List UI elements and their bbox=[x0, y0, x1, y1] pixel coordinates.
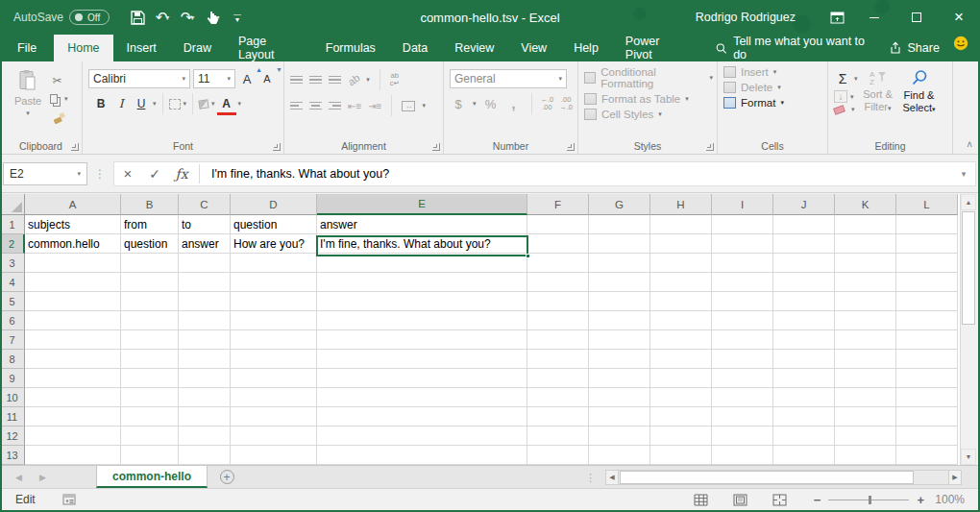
cell-L3[interactable] bbox=[896, 254, 958, 273]
row-header-6[interactable]: 6 bbox=[0, 311, 25, 330]
cell-J5[interactable] bbox=[773, 292, 835, 311]
cell-K7[interactable] bbox=[835, 330, 896, 350]
cell-A10[interactable] bbox=[25, 388, 121, 407]
formula-bar-resize-dots[interactable]: ⋮ bbox=[87, 167, 113, 181]
wrap-text-icon[interactable]: abc↵ bbox=[390, 72, 400, 88]
column-header-B[interactable]: B bbox=[121, 194, 179, 215]
orientation-icon[interactable]: ab bbox=[346, 72, 362, 88]
insert-cells-button[interactable]: Insert▾ bbox=[723, 66, 823, 78]
align-middle-icon[interactable] bbox=[309, 76, 322, 85]
grow-font-button[interactable]: A▲ bbox=[238, 70, 256, 88]
copy-icon[interactable] bbox=[50, 94, 58, 104]
feedback-smiley-icon[interactable] bbox=[953, 35, 968, 52]
tab-insert[interactable]: Insert bbox=[113, 35, 170, 61]
cell-G8[interactable] bbox=[589, 350, 650, 369]
cell-J10[interactable] bbox=[773, 388, 835, 407]
cell-H13[interactable] bbox=[650, 446, 712, 465]
cell-F8[interactable] bbox=[527, 350, 589, 369]
cell-K9[interactable] bbox=[835, 369, 896, 388]
column-header-F[interactable]: F bbox=[527, 194, 589, 215]
cell-J7[interactable] bbox=[773, 330, 835, 350]
cell-L2[interactable] bbox=[896, 234, 958, 254]
cell-K2[interactable] bbox=[835, 234, 896, 254]
row-header-9[interactable]: 9 bbox=[0, 369, 25, 388]
tab-view[interactable]: View bbox=[507, 35, 560, 61]
cell-B5[interactable] bbox=[121, 292, 179, 311]
tab-home[interactable]: Home bbox=[54, 35, 112, 61]
cell-F10[interactable] bbox=[527, 388, 589, 407]
horizontal-scroll-thumb[interactable] bbox=[620, 471, 914, 484]
borders-dropdown-icon[interactable]: ▾ bbox=[184, 100, 187, 108]
cell-G13[interactable] bbox=[589, 446, 650, 465]
cell-B4[interactable] bbox=[121, 273, 179, 292]
cell-B1[interactable]: from bbox=[121, 215, 179, 234]
column-header-I[interactable]: I bbox=[712, 194, 773, 215]
column-header-A[interactable]: A bbox=[25, 194, 121, 215]
cell-L12[interactable] bbox=[896, 427, 958, 446]
cell-I4[interactable] bbox=[712, 273, 773, 292]
cell-H6[interactable] bbox=[650, 311, 712, 330]
cell-G3[interactable] bbox=[589, 254, 650, 273]
column-header-K[interactable]: K bbox=[835, 194, 896, 215]
vertical-scrollbar[interactable]: ▲ ▼ bbox=[960, 194, 976, 465]
bold-button[interactable]: B bbox=[92, 95, 110, 113]
alignment-dialog-launcher-icon[interactable] bbox=[432, 143, 440, 151]
autosave-toggle[interactable]: Off bbox=[69, 10, 110, 25]
cell-D6[interactable] bbox=[231, 311, 317, 330]
cell-A4[interactable] bbox=[25, 273, 121, 292]
cell-B2[interactable]: question bbox=[121, 234, 179, 254]
column-header-D[interactable]: D bbox=[231, 194, 317, 215]
cell-I9[interactable] bbox=[712, 369, 773, 388]
tab-formulas[interactable]: Formulas bbox=[312, 35, 389, 61]
cell-I1[interactable] bbox=[712, 215, 773, 234]
zoom-in-icon[interactable]: + bbox=[917, 493, 924, 507]
cell-A9[interactable] bbox=[25, 369, 121, 388]
close-button[interactable]: × bbox=[938, 0, 980, 35]
format-painter-icon[interactable] bbox=[50, 109, 68, 127]
align-top-icon[interactable] bbox=[290, 76, 303, 85]
sheet-tab-common-hello[interactable]: common-hello bbox=[96, 466, 208, 488]
cell-C3[interactable] bbox=[179, 254, 231, 273]
cell-B11[interactable] bbox=[121, 407, 179, 427]
cell-L1[interactable] bbox=[896, 215, 958, 234]
copy-dropdown-icon[interactable]: ▾ bbox=[64, 95, 68, 103]
font-color-dropdown-icon[interactable]: ▾ bbox=[238, 100, 242, 108]
scroll-right-icon[interactable]: ▶ bbox=[948, 470, 962, 485]
cell-E5[interactable] bbox=[317, 292, 527, 311]
cell-G12[interactable] bbox=[589, 427, 650, 446]
cell-L6[interactable] bbox=[896, 311, 958, 330]
cell-B6[interactable] bbox=[121, 311, 179, 330]
column-header-J[interactable]: J bbox=[773, 194, 835, 215]
cell-K1[interactable] bbox=[835, 215, 896, 234]
page-layout-view-icon[interactable] bbox=[733, 494, 747, 506]
cell-J4[interactable] bbox=[773, 273, 835, 292]
fill-icon[interactable]: ↓ bbox=[834, 90, 847, 103]
cell-F6[interactable] bbox=[527, 311, 589, 330]
zoom-out-icon[interactable]: − bbox=[814, 493, 821, 507]
cell-A3[interactable] bbox=[25, 254, 121, 273]
tab-data[interactable]: Data bbox=[389, 35, 441, 61]
cell-D9[interactable] bbox=[231, 369, 317, 388]
cell-C5[interactable] bbox=[179, 292, 231, 311]
cell-G10[interactable] bbox=[589, 388, 650, 407]
cell-K13[interactable] bbox=[835, 446, 896, 465]
cell-E6[interactable] bbox=[317, 311, 527, 330]
fill-color-dropdown-icon[interactable]: ▾ bbox=[211, 100, 215, 108]
cell-C6[interactable] bbox=[179, 311, 231, 330]
cell-G4[interactable] bbox=[589, 273, 650, 292]
cell-A6[interactable] bbox=[25, 311, 121, 330]
cell-F4[interactable] bbox=[527, 273, 589, 292]
cell-J8[interactable] bbox=[773, 350, 835, 369]
cell-E12[interactable] bbox=[317, 427, 527, 446]
cell-H11[interactable] bbox=[650, 407, 712, 427]
cell-K4[interactable] bbox=[835, 273, 896, 292]
paste-button[interactable]: Paste ▾ bbox=[6, 65, 50, 138]
cell-G6[interactable] bbox=[589, 311, 650, 330]
cell-J2[interactable] bbox=[773, 234, 835, 254]
cell-H10[interactable] bbox=[650, 388, 712, 407]
find-select-button[interactable]: Find &Select▾ bbox=[898, 65, 941, 138]
cell-A13[interactable] bbox=[25, 446, 121, 465]
cell-G2[interactable] bbox=[589, 234, 650, 254]
delete-cells-button[interactable]: Delete▾ bbox=[723, 82, 823, 93]
save-icon[interactable] bbox=[127, 6, 148, 29]
